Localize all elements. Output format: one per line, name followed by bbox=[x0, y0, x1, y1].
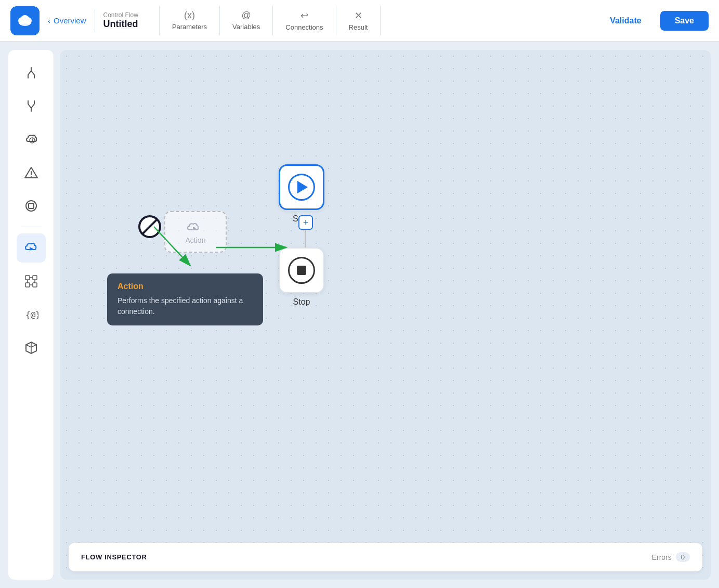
breadcrumb: Control Flow Untitled bbox=[103, 11, 138, 30]
nav-tabs: (x) Parameters @ Variables ↩ Connections… bbox=[159, 6, 597, 35]
tab-variables[interactable]: @ Variables bbox=[220, 6, 273, 35]
flow-inspector-panel: FLOW INSPECTOR Errors 0 bbox=[69, 543, 702, 571]
errors-badge: 0 bbox=[676, 552, 690, 562]
tab-parameters-label: Parameters bbox=[172, 23, 207, 31]
svg-rect-11 bbox=[25, 283, 30, 287]
errors-label: Errors bbox=[652, 553, 672, 561]
errors-section: Errors 0 bbox=[652, 552, 690, 562]
stop-node-box[interactable] bbox=[279, 247, 324, 293]
stop-square-icon bbox=[297, 266, 306, 275]
header-actions: Validate Save bbox=[597, 11, 709, 31]
sidebar: {@} bbox=[8, 50, 54, 580]
variables-icon: @ bbox=[242, 10, 251, 21]
play-triangle-icon bbox=[297, 181, 308, 193]
validate-button[interactable]: Validate bbox=[597, 11, 653, 31]
action-cloud-icon bbox=[186, 219, 205, 234]
svg-rect-10 bbox=[33, 276, 37, 280]
sidebar-divider bbox=[21, 227, 42, 227]
sidebar-item-variable[interactable]: {@} bbox=[17, 300, 46, 329]
tooltip-title: Action bbox=[117, 282, 253, 291]
result-icon: ✕ bbox=[355, 10, 362, 21]
header: ‹ Overview Control Flow Untitled (x) Par… bbox=[0, 0, 719, 42]
tab-connections-label: Connections bbox=[285, 23, 323, 31]
start-icon bbox=[288, 174, 315, 201]
connector-line bbox=[305, 230, 306, 249]
stop-node[interactable]: Stop bbox=[279, 247, 324, 307]
main-container: {@} Start + bbox=[0, 42, 719, 588]
action-placeholder-label: Action bbox=[186, 236, 206, 244]
bottom-container: FLOW INSPECTOR Errors 0 bbox=[60, 563, 711, 580]
tab-result-label: Result bbox=[349, 23, 368, 31]
stop-node-label: Stop bbox=[293, 297, 310, 307]
svg-point-3 bbox=[21, 15, 29, 23]
tab-variables-label: Variables bbox=[232, 23, 260, 31]
sidebar-item-cloud-play[interactable] bbox=[17, 233, 46, 263]
canvas[interactable]: Start + Stop Action bbox=[60, 50, 711, 580]
sidebar-item-merge[interactable] bbox=[17, 92, 46, 121]
nav-divider bbox=[95, 9, 95, 32]
overview-nav[interactable]: ‹ Overview bbox=[48, 16, 86, 25]
sidebar-item-cloud-timer[interactable] bbox=[17, 125, 46, 154]
connector-add-button[interactable]: + bbox=[298, 215, 313, 230]
sidebar-item-diagram[interactable] bbox=[17, 267, 46, 296]
svg-point-6 bbox=[26, 201, 36, 211]
tab-connections[interactable]: ↩ Connections bbox=[273, 6, 336, 35]
action-tooltip: Action Performs the specified action aga… bbox=[107, 273, 263, 325]
svg-point-5 bbox=[31, 176, 32, 177]
sidebar-item-package[interactable] bbox=[17, 333, 46, 362]
connections-icon: ↩ bbox=[300, 10, 308, 21]
stop-icon bbox=[288, 257, 315, 284]
flow-inspector-label: FLOW INSPECTOR bbox=[81, 553, 147, 561]
start-node[interactable]: Start bbox=[279, 164, 324, 224]
tab-result[interactable]: ✕ Result bbox=[336, 6, 381, 35]
sidebar-item-stop-circle[interactable] bbox=[17, 191, 46, 220]
logo-button[interactable] bbox=[10, 6, 40, 35]
svg-text:{@}: {@} bbox=[25, 310, 38, 320]
sidebar-item-split[interactable] bbox=[17, 58, 46, 87]
sidebar-item-warning[interactable] bbox=[17, 158, 46, 187]
breadcrumb-category: Control Flow bbox=[103, 11, 138, 19]
svg-rect-7 bbox=[29, 203, 34, 208]
chevron-left-icon: ‹ bbox=[48, 16, 50, 25]
start-node-box[interactable] bbox=[279, 164, 324, 210]
overview-label: Overview bbox=[54, 16, 86, 25]
parameters-icon: (x) bbox=[184, 10, 195, 21]
no-symbol-icon bbox=[138, 215, 161, 238]
tooltip-description: Performs the specified action against a … bbox=[117, 295, 253, 317]
save-button[interactable]: Save bbox=[660, 11, 709, 31]
plus-icon: + bbox=[303, 217, 309, 228]
svg-rect-9 bbox=[25, 276, 30, 280]
tab-parameters[interactable]: (x) Parameters bbox=[159, 6, 220, 35]
action-placeholder-node[interactable]: Action bbox=[164, 211, 227, 253]
breadcrumb-title: Untitled bbox=[103, 19, 138, 30]
svg-rect-12 bbox=[33, 283, 37, 287]
